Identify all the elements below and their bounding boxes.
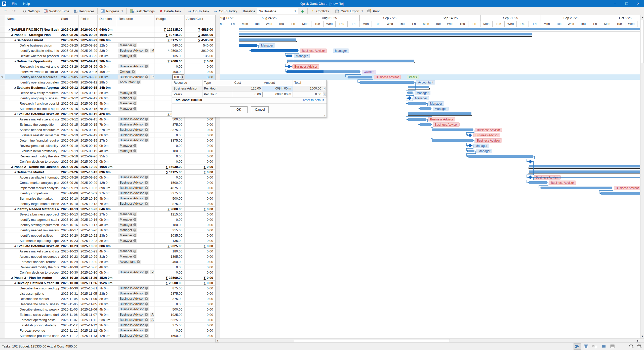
table-row[interactable]: Identify staffing requirements2025-10-16… (0, 222, 215, 228)
spin-up-icon[interactable]: ▲ (323, 87, 326, 90)
remove-resource-icon[interactable]: ✕ (133, 54, 136, 57)
gantt-milestone[interactable] (468, 133, 472, 137)
progress-button[interactable]: Progress▼ (99, 8, 125, 14)
gantt-milestone[interactable] (529, 160, 533, 164)
remove-resource-icon[interactable]: ✕ (145, 128, 148, 131)
remove-resource-icon[interactable]: ✕ (145, 313, 148, 316)
redo-button[interactable]: ↷ (10, 8, 18, 14)
table-chart-splitter[interactable] (215, 15, 220, 338)
remove-resource-icon[interactable]: ✕ (145, 287, 148, 290)
budget-edit-cell[interactable]: 1000▼ (172, 74, 184, 80)
expand-icon[interactable]: ◢ (8, 28, 10, 31)
gantt-bar-summary[interactable] (408, 86, 429, 88)
remove-resource-icon[interactable]: ✕ (145, 271, 148, 274)
table-row[interactable]: Identify needed raw materials2025-10-172… (0, 228, 215, 233)
remove-resource-icon[interactable]: ✕ (133, 255, 136, 258)
table-row[interactable]: Identify management staff re...2025-10-1… (0, 217, 215, 222)
expand-icon[interactable]: ◢ (11, 166, 13, 168)
remove-resource-icon[interactable]: ✕ (133, 223, 136, 226)
expand-icon[interactable]: ◢ (11, 277, 13, 279)
table-row[interactable]: Describe the market2025-11-052025-11-053… (0, 296, 215, 301)
expand-icon[interactable]: ◢ (14, 39, 16, 41)
column-header-name[interactable]: Name (5, 15, 59, 27)
table-row[interactable]: Interview owners of similar b...2025-08-… (0, 69, 215, 74)
table-row[interactable]: Confirm decision to proceed2025-09-26202… (0, 159, 215, 164)
gantt-milestone[interactable] (408, 96, 412, 100)
remove-resource-icon[interactable]: ✕ (145, 181, 148, 184)
popup-resize-grip[interactable]: ◢ (324, 114, 326, 117)
print-button[interactable]: Print... (365, 8, 384, 14)
expand-icon[interactable]: ◢ (14, 60, 16, 62)
table-row[interactable]: Identify target market niche2025-10-1020… (0, 201, 215, 206)
remove-resource-icon[interactable]: ✕ (145, 318, 148, 321)
remove-resource-icon[interactable]: ✕ (133, 250, 136, 253)
expand-icon[interactable]: ◢ (14, 208, 16, 210)
ok-button[interactable]: OK (230, 106, 248, 113)
remove-resource-icon[interactable]: ✕ (145, 118, 148, 121)
close-button[interactable]: ✕ (632, 0, 644, 7)
horizontal-scrollbar[interactable]: ◀ ▶ (0, 338, 644, 342)
table-row[interactable]: Assess market size and stabil...2025-10-… (0, 249, 215, 254)
table-row[interactable]: Implement market analysis p...2025-09-29… (0, 185, 215, 191)
remove-resource-icon[interactable]: ✕ (133, 239, 136, 242)
expand-icon[interactable]: ◢ (14, 86, 16, 89)
table-row[interactable]: ◢Identify Needed Materials a...2025-10-1… (0, 206, 215, 212)
remove-resource-icon[interactable]: ✕ (145, 324, 148, 327)
horizontal-scrollbar-thumb[interactable] (294, 339, 450, 342)
gantt-bar[interactable] (420, 123, 431, 126)
spin-down-icon[interactable]: ▼ (323, 93, 326, 96)
remove-resource-icon[interactable]: ✕ (133, 91, 136, 94)
list-view-icon[interactable] (600, 343, 608, 350)
gantt-bar-summary[interactable] (529, 165, 640, 167)
gantt-bar[interactable] (601, 192, 640, 195)
resources-button[interactable]: Resources (71, 8, 96, 14)
table-row[interactable]: Confirm decision to proceed2025-10-30202… (0, 270, 215, 275)
remove-resource-icon[interactable]: ✕ (145, 329, 148, 332)
add-baseline-button[interactable]: + (298, 8, 306, 14)
column-header-start[interactable]: Start (59, 15, 79, 27)
remove-resource-icon[interactable]: ✕ (145, 123, 148, 126)
menu-item-help[interactable]: Help (20, 2, 33, 6)
table-row[interactable]: Create market analysis plan2025-09-26202… (0, 180, 215, 185)
table-row[interactable]: ◢Phase 2 - Define the Business...2025-09… (0, 164, 215, 169)
table-row[interactable]: Summarize operating expens...2025-10-232… (0, 238, 215, 243)
column-header-finish[interactable]: Finish (79, 15, 98, 27)
go-to-today-button[interactable]: →Go To Today (211, 8, 239, 14)
table-row[interactable]: Summarize the market2025-10-102025-10-10… (0, 196, 215, 201)
remove-resource-icon[interactable]: ✕ (145, 49, 148, 52)
gantt-bar[interactable] (432, 139, 473, 142)
table-row[interactable]: ◢[SAMPLE PROJECT] New Business2025-08-25… (0, 27, 215, 32)
remove-resource-icon[interactable]: ✕ (145, 292, 148, 295)
scroll-left-icon[interactable]: ◀ (215, 339, 219, 342)
gantt-bar[interactable] (360, 81, 414, 84)
maximize-button[interactable]: ❏ (621, 0, 632, 7)
table-row[interactable]: Define business vision2025-08-252025-08-… (0, 43, 215, 48)
remove-resource-icon[interactable]: ✕ (145, 75, 148, 78)
remove-resource-icon[interactable]: ✕ (145, 65, 148, 68)
table-row[interactable]: List assumptions2025-10-312025-11-0523h … (0, 291, 215, 296)
table-row[interactable]: Describe the new business2025-11-052025-… (0, 301, 215, 307)
gantt-bar[interactable] (408, 92, 413, 94)
table-row[interactable]: ◢Develop Detailed 5-Year Busi...2025-10-… (0, 280, 215, 286)
expand-icon[interactable]: ◢ (11, 34, 13, 36)
table-row[interactable]: ◢Phase 3 - Plan for Action2025-10-302025… (0, 275, 215, 280)
remove-resource-icon[interactable]: ✕ (133, 229, 136, 232)
reset-to-default-link[interactable]: reset to default (303, 98, 327, 102)
scroll-right-icon[interactable]: ▶ (636, 339, 640, 342)
remove-resource-icon[interactable]: ✕ (133, 44, 136, 47)
table-row[interactable]: Describe the vision and opp...2025-10-30… (0, 286, 215, 291)
remove-resource-icon[interactable]: ✕ (145, 186, 148, 189)
table-row[interactable]: Review personal suitability2025-09-19202… (0, 143, 215, 148)
gantt-bar[interactable] (348, 76, 372, 78)
scroll-up-icon[interactable]: ▲ (640, 15, 644, 19)
gantt-bar[interactable] (468, 155, 533, 158)
remove-resource-icon[interactable]: ✕ (145, 297, 148, 300)
table-row[interactable]: ◢Define the Opportunity2025-08-292025-09… (0, 59, 215, 64)
task-settings-button[interactable]: Task Settings (128, 8, 156, 14)
gantt-milestone[interactable] (529, 176, 533, 180)
popup-amount-cell[interactable]: 008 h 00 m (262, 92, 293, 97)
remove-resource-icon[interactable]: ✕ (133, 149, 136, 152)
table-row[interactable]: Review and modify the busines...2025-10-… (0, 265, 215, 270)
cancel-button[interactable]: Cancel (251, 106, 269, 113)
table-row[interactable]: Identify available skills, infor...2025-… (0, 48, 215, 53)
